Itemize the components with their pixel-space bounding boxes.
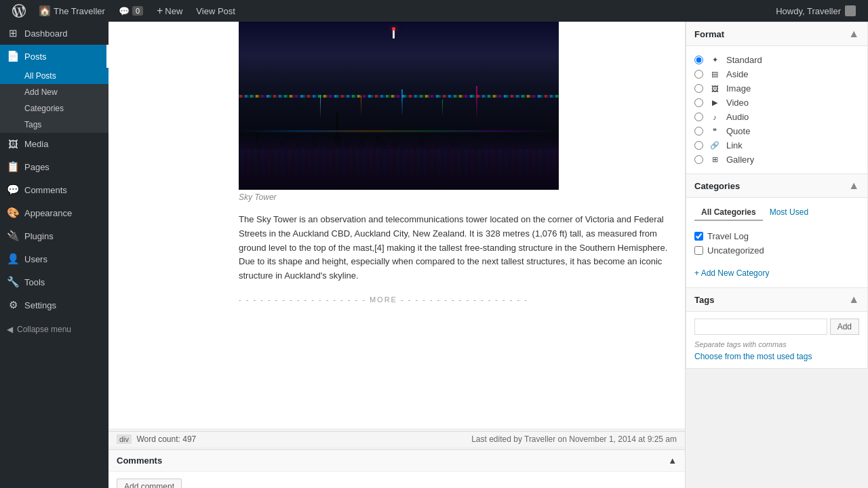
sidebar-item-appearance[interactable]: 🎨 Appearance — [0, 201, 108, 224]
sidebar-item-categories[interactable]: Categories — [0, 100, 108, 117]
format-panel-header[interactable]: Format ▲ — [686, 22, 867, 46]
tab-most-used[interactable]: Most Used — [763, 205, 815, 221]
sidebar-item-comments[interactable]: 💬 Comments — [0, 178, 108, 201]
sidebar-item-label: Dashboard — [24, 28, 68, 39]
sidebar-tools-label: Tools — [24, 277, 45, 287]
sidebar-item-add-new[interactable]: Add New — [0, 84, 108, 100]
sidebar-item-plugins[interactable]: 🔌 Plugins — [0, 224, 108, 247]
tags-input-row: Add — [694, 319, 859, 335]
format-option-video: ▶ Video — [694, 96, 859, 110]
pages-icon: 📋 — [7, 161, 19, 173]
tags-add-button[interactable]: Add — [830, 319, 859, 335]
sidebar-item-tools[interactable]: 🔧 Tools — [0, 270, 108, 293]
format-option-gallery: ⊞ Gallery — [694, 152, 859, 167]
format-label-audio[interactable]: Audio — [726, 112, 749, 122]
tags-input[interactable] — [694, 319, 827, 335]
format-radio-video[interactable] — [694, 98, 703, 107]
sidebar-item-pages[interactable]: 📋 Pages — [0, 155, 108, 178]
site-house-icon: 🏠 — [39, 5, 50, 16]
format-label-video[interactable]: Video — [726, 98, 749, 108]
caption-text: Sky Tower — [239, 192, 277, 202]
posts-icon: 📄 — [7, 50, 19, 62]
sidebar-item-dashboard[interactable]: ⊞ Dashboard — [0, 22, 108, 45]
categories-panel-header[interactable]: Categories ▲ — [686, 174, 867, 198]
categories-toggle-icon[interactable]: ▲ — [848, 180, 859, 192]
comments-header[interactable]: Comments ▲ — [108, 450, 685, 472]
wp-logo[interactable] — [5, 4, 33, 18]
editor-wrapper: Sky Tower The Sky Tower is an observatio… — [108, 22, 685, 428]
word-count-label: Word count: — [136, 434, 180, 444]
category-label-uncategorized[interactable]: Uncategorized — [707, 245, 764, 256]
new-label: New — [165, 6, 182, 16]
html-tag-indicator: div — [117, 434, 132, 444]
format-icon-audio: ♪ — [709, 113, 721, 122]
add-new-category-link[interactable]: + Add New Category — [694, 266, 859, 281]
format-icon-standard: ✦ — [709, 56, 721, 65]
sidebar-plugins-label: Plugins — [24, 231, 54, 241]
tags-choose-link[interactable]: Choose from the most used tags — [694, 352, 812, 361]
category-uncategorized: Uncategorized — [694, 243, 859, 258]
post-image — [239, 22, 559, 190]
categories-body: All Categories Most Used Travel Log Unca… — [686, 198, 867, 287]
image-caption: Sky Tower — [108, 190, 685, 207]
sidebar-item-all-posts[interactable]: All Posts — [0, 68, 108, 84]
format-radio-image[interactable] — [694, 84, 703, 93]
sidebar-comments-label: Comments — [24, 185, 67, 195]
category-checkbox-travel-log[interactable] — [694, 232, 703, 241]
tags-label: Tags — [24, 120, 41, 129]
comments-title: Comments — [117, 455, 162, 466]
statusbar-right: Last edited by Traveller on November 1, … — [471, 434, 677, 444]
format-radio-quote[interactable] — [694, 127, 703, 136]
adminbar-site[interactable]: 🏠 The Traveller — [33, 0, 112, 22]
collapse-label: Collapse menu — [17, 325, 71, 334]
tab-all-categories[interactable]: All Categories — [694, 205, 763, 221]
category-checkbox-uncategorized[interactable] — [694, 246, 703, 255]
format-body: ✦ Standard ▤ Aside 🖼 Image ▶ Video — [686, 46, 867, 174]
sidebar-users-label: Users — [24, 254, 47, 264]
format-label-gallery[interactable]: Gallery — [726, 155, 754, 165]
categories-panel: Categories ▲ All Categories Most Used Tr… — [686, 174, 868, 288]
format-option-link: 🔗 Link — [694, 138, 859, 152]
format-label-quote[interactable]: Quote — [726, 126, 750, 136]
format-icon-video: ▶ — [709, 98, 721, 108]
categories-tabs: All Categories Most Used — [694, 205, 859, 221]
collapse-menu[interactable]: ◀ Collapse menu — [0, 319, 108, 340]
format-label-aside[interactable]: Aside — [726, 69, 749, 79]
sidebar-item-label: Posts — [24, 52, 47, 62]
format-radio-standard[interactable] — [694, 56, 703, 64]
last-edited: Last edited by Traveller on November 1, … — [471, 434, 677, 444]
sidebar-right: Format ▲ ✦ Standard ▤ Aside 🖼 Image — [685, 22, 868, 488]
format-toggle-icon[interactable]: ▲ — [848, 28, 859, 40]
add-comment-button[interactable]: Add comment — [117, 479, 182, 488]
adminbar-right: Howdy, Traveller — [769, 5, 863, 16]
sidebar-item-settings[interactable]: ⚙ Settings — [0, 293, 108, 317]
comments-toggle-icon: ▲ — [668, 455, 677, 466]
sidebar-item-media[interactable]: 🖼 Media — [0, 133, 108, 155]
format-icon-image: 🖼 — [709, 84, 721, 94]
adminbar-howdy[interactable]: Howdy, Traveller — [769, 5, 863, 16]
adminbar-comments[interactable]: 💬 0 — [112, 0, 150, 22]
format-option-audio: ♪ Audio — [694, 110, 859, 124]
sidebar-item-users[interactable]: 👤 Users — [0, 247, 108, 270]
more-text: - - - - - - - - - - - - - - - - - - MORE… — [239, 296, 528, 304]
adminbar-view-post[interactable]: View Post — [189, 0, 242, 22]
appearance-icon: 🎨 — [7, 207, 19, 219]
format-radio-gallery[interactable] — [694, 155, 703, 164]
tags-panel: Tags ▲ Add Separate tags with commas Cho… — [686, 288, 868, 369]
users-icon: 👤 — [7, 253, 19, 265]
sidebar-item-posts[interactable]: 📄 Posts — [0, 45, 108, 68]
category-label-travel-log[interactable]: Travel Log — [707, 231, 749, 241]
editor-statusbar: div Word count: 497 Last edited by Trave… — [108, 431, 685, 447]
tags-toggle-icon[interactable]: ▲ — [848, 293, 859, 306]
format-radio-aside[interactable] — [694, 70, 703, 79]
site-name: The Traveller — [54, 6, 105, 16]
format-radio-audio[interactable] — [694, 113, 703, 121]
sidebar-appearance-label: Appearance — [24, 208, 72, 218]
format-label-standard[interactable]: Standard — [726, 55, 762, 65]
sidebar-item-tags[interactable]: Tags — [0, 117, 108, 133]
format-label-link[interactable]: Link — [726, 140, 743, 150]
format-label-image[interactable]: Image — [726, 83, 751, 94]
format-radio-link[interactable] — [694, 141, 703, 150]
tags-panel-header[interactable]: Tags ▲ — [686, 288, 867, 312]
adminbar-new[interactable]: + New — [150, 0, 189, 22]
